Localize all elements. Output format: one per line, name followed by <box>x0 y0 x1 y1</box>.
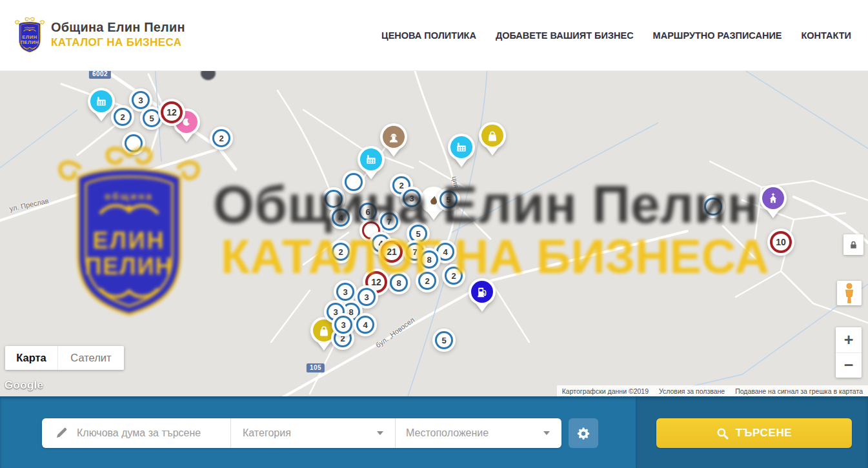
map-cluster[interactable]: 6 <box>359 203 377 221</box>
map-pin-factory[interactable] <box>450 136 472 158</box>
search-bar: Категория Местоположение ТЪРСЕНЕ <box>0 396 868 468</box>
map-pin-factory[interactable] <box>90 90 112 112</box>
brand-title: Община Елин Пелин <box>51 20 185 35</box>
map-cluster[interactable]: 3 <box>334 316 352 334</box>
map-pin-bag[interactable] <box>481 125 503 147</box>
map-cluster[interactable]: 3 <box>403 189 421 207</box>
map-cluster[interactable]: 12 <box>161 101 183 123</box>
lock-icon <box>849 240 858 250</box>
svg-text:ПЕЛИН: ПЕЛИН <box>21 39 39 45</box>
map-cluster[interactable]: 5 <box>435 331 453 349</box>
report-error-link[interactable]: Подаване на сигнал за грешка в картата <box>730 387 868 395</box>
map-cluster[interactable]: 2 <box>418 272 436 290</box>
map-cluster[interactable]: 3 <box>132 91 150 109</box>
location-select[interactable]: Местоположение <box>395 418 561 448</box>
zoom-control: + − <box>836 327 862 378</box>
brand-subtitle: КАТАЛОГ НА БИЗНЕСА <box>51 36 185 49</box>
road-number-shield: 105 <box>307 363 325 372</box>
nav-item-3[interactable]: МАРШРУТНО РАЗПИСАНИЕ <box>653 30 782 41</box>
map-cluster[interactable]: 4 <box>356 316 374 334</box>
map-cluster[interactable]: 3 <box>336 283 354 301</box>
map-cluster[interactable]: 10 <box>770 231 792 253</box>
main-nav: ЦЕНОВА ПОЛИТИКАДОБАВЕТЕ ВАШИЯТ БИЗНЕСМАР… <box>381 0 851 71</box>
keyword-section <box>42 418 230 448</box>
advanced-settings-button[interactable] <box>569 418 598 448</box>
map-pin-factory[interactable] <box>360 148 382 170</box>
gear-icon <box>576 426 591 441</box>
map-cluster[interactable]: 2 <box>332 243 350 261</box>
map-cluster[interactable]: 8 <box>420 250 438 269</box>
search-button[interactable]: ТЪРСЕНЕ <box>656 418 852 448</box>
map-cluster[interactable] <box>704 198 722 216</box>
map-cluster[interactable]: 5 <box>409 225 427 243</box>
search-group: Категория Местоположение <box>42 418 561 448</box>
location-select-value: Местоположение <box>406 427 489 439</box>
map-cluster[interactable]: 2 <box>114 108 132 126</box>
map-cluster[interactable]: 21 <box>381 241 403 263</box>
attribution-copyright: Картографски данни ©2019 <box>557 387 654 395</box>
search-icon <box>716 427 729 440</box>
map-cluster[interactable] <box>125 134 143 152</box>
map-cluster[interactable]: 8 <box>390 274 408 292</box>
map-cluster[interactable]: 2 <box>212 129 230 147</box>
google-logo[interactable]: Google <box>5 379 43 392</box>
map-type-map-button[interactable]: Карта <box>5 346 57 370</box>
map-cluster[interactable] <box>345 173 363 191</box>
map-pin-bag[interactable] <box>313 320 335 341</box>
map-attribution: Картографски данни ©2019 Условия за полз… <box>557 385 868 396</box>
map-cluster[interactable]: 5 <box>439 190 458 209</box>
map-cluster[interactable]: 3 <box>358 288 376 306</box>
lock-button[interactable] <box>843 234 863 255</box>
keyword-search-input[interactable] <box>77 427 225 439</box>
terms-link[interactable]: Условия за ползване <box>654 387 730 395</box>
map-cluster[interactable]: 5 <box>143 109 161 127</box>
zoom-in-button[interactable]: + <box>836 327 862 353</box>
map-pin-worker[interactable] <box>383 126 405 148</box>
category-select[interactable]: Категория <box>230 418 395 448</box>
search-button-label: ТЪРСЕНЕ <box>736 427 792 440</box>
brand-logo[interactable]: община ЕЛИН ПЕЛИН Община Елин Пелин КАТА… <box>14 15 185 54</box>
municipality-crest-icon: община ЕЛИН ПЕЛИН <box>14 15 45 54</box>
chevron-down-icon <box>543 431 550 435</box>
map-type-satellite-button[interactable]: Сателит <box>57 346 124 370</box>
map-pin-fuel[interactable] <box>471 281 493 303</box>
map-canvas[interactable]: 6002105ул. Преславбул. „Новоселция 32512… <box>0 71 868 396</box>
map-type-control: Карта Сателит <box>5 346 124 370</box>
svg-text:ЕЛИН: ЕЛИН <box>22 34 37 40</box>
map-cluster[interactable]: 2 <box>445 267 463 285</box>
chevron-down-icon <box>377 431 383 435</box>
map-pin-church[interactable] <box>762 187 784 209</box>
road-number-shield: 6002 <box>89 71 111 79</box>
map-cluster[interactable]: 7 <box>380 212 398 230</box>
header: община ЕЛИН ПЕЛИН Община Елин Пелин КАТА… <box>0 0 868 71</box>
pegman-icon <box>842 283 856 303</box>
street-view-pegman-button[interactable] <box>837 281 862 305</box>
nav-item-4[interactable]: КОНТАКТИ <box>801 30 851 41</box>
zoom-out-button[interactable]: − <box>836 353 862 378</box>
map-cluster[interactable]: 4 <box>436 243 454 261</box>
map-cluster[interactable] <box>325 190 343 208</box>
nav-item-2[interactable]: ДОБАВЕТЕ ВАШИЯТ БИЗНЕС <box>496 30 634 41</box>
pencil-icon <box>55 427 68 440</box>
nav-item-1[interactable]: ЦЕНОВА ПОЛИТИКА <box>381 30 476 41</box>
map-cluster[interactable]: 4 <box>332 209 350 227</box>
svg-text:община: община <box>25 26 35 29</box>
category-select-value: Категория <box>243 427 291 439</box>
